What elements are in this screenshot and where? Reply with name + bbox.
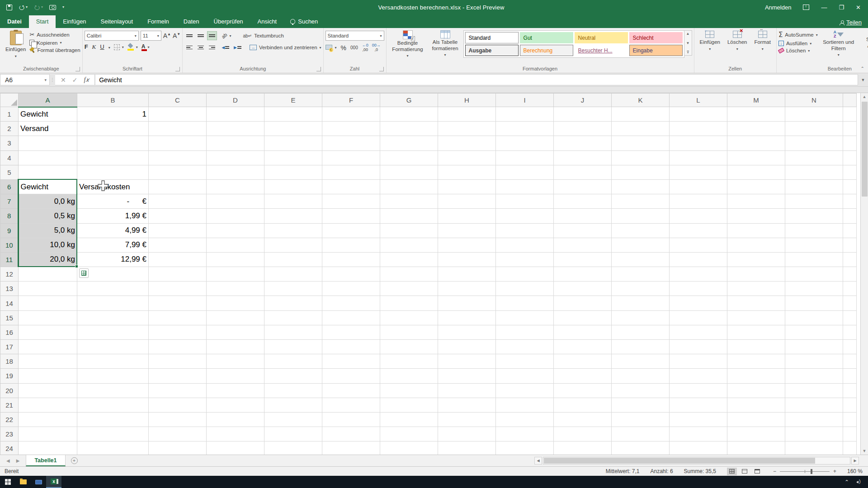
column-header-E[interactable]: E xyxy=(264,94,322,107)
page-break-view-button[interactable] xyxy=(752,468,762,475)
cell-F11[interactable] xyxy=(322,252,380,267)
cell-E2[interactable] xyxy=(264,122,322,136)
cell-G1[interactable] xyxy=(380,107,438,122)
cell-L21[interactable] xyxy=(670,398,727,412)
file-explorer-button[interactable] xyxy=(15,476,31,488)
collapse-ribbon-button[interactable]: ⌃ xyxy=(861,66,864,71)
cell-L4[interactable] xyxy=(670,150,727,165)
cell-N19[interactable] xyxy=(785,369,843,383)
cell-I14[interactable] xyxy=(496,296,554,310)
italic-button[interactable]: K xyxy=(92,43,96,51)
cell-N20[interactable] xyxy=(785,383,843,398)
align-center-button[interactable] xyxy=(196,43,206,52)
style-neutral[interactable]: Neutral xyxy=(575,32,628,43)
cell-L2[interactable] xyxy=(670,122,727,136)
cell-H5[interactable] xyxy=(438,165,496,179)
cell-J6[interactable] xyxy=(554,179,612,194)
cell-I23[interactable] xyxy=(496,427,554,441)
cell-L5[interactable] xyxy=(670,165,727,179)
delete-cells-button[interactable]: Löschen▾ xyxy=(724,29,750,53)
cell-D18[interactable] xyxy=(207,354,264,369)
cell-I5[interactable] xyxy=(496,165,554,179)
cell-C6[interactable] xyxy=(149,179,207,194)
zoom-level[interactable]: 160 % xyxy=(847,468,863,474)
find-select-button[interactable]: Suchen und Auswählen▾ xyxy=(859,29,868,56)
percent-format-button[interactable]: % xyxy=(341,44,346,52)
cell-H17[interactable] xyxy=(438,340,496,354)
fill-button[interactable]: ↓Ausfüllen ▾ xyxy=(778,41,818,46)
cell-D12[interactable] xyxy=(207,267,264,282)
cell-D4[interactable] xyxy=(207,150,264,165)
cell-H21[interactable] xyxy=(438,398,496,412)
cell-E24[interactable] xyxy=(264,441,322,455)
row-header-4[interactable]: 4 xyxy=(0,150,19,165)
cell-K15[interactable] xyxy=(612,310,670,325)
scroll-right-arrow[interactable]: ▶ xyxy=(851,457,859,465)
cell-D22[interactable] xyxy=(207,412,264,427)
cell-A2[interactable]: Versand xyxy=(19,122,77,136)
add-sheet-button[interactable]: + xyxy=(66,455,83,466)
row-header-14[interactable]: 14 xyxy=(0,296,19,310)
cell-E23[interactable] xyxy=(264,427,322,441)
cell-N18[interactable] xyxy=(785,354,843,369)
cell-L7[interactable] xyxy=(670,194,727,209)
share-button[interactable]: Teilen xyxy=(840,19,862,26)
cell-M6[interactable] xyxy=(727,179,785,194)
decrease-decimal-button[interactable]: 00→,0 xyxy=(372,43,381,52)
cell-E1[interactable] xyxy=(264,107,322,122)
cell-E13[interactable] xyxy=(264,282,322,296)
cell-I9[interactable] xyxy=(496,223,554,238)
clear-button[interactable]: Löschen ▾ xyxy=(778,48,818,53)
cell-A3[interactable] xyxy=(19,136,77,150)
cell-I4[interactable] xyxy=(496,150,554,165)
styles-scroll-up[interactable]: ▲ xyxy=(686,32,690,36)
cell-I6[interactable] xyxy=(496,179,554,194)
row-header-17[interactable]: 17 xyxy=(0,340,19,354)
insert-function-button[interactable]: f𝑥 xyxy=(84,76,89,84)
cell-H2[interactable] xyxy=(438,122,496,136)
cell-J19[interactable] xyxy=(554,369,612,383)
cell-K12[interactable] xyxy=(612,267,670,282)
ribbon-display-options-icon[interactable] xyxy=(803,5,809,10)
increase-decimal-button[interactable]: ←0,00 xyxy=(362,43,368,52)
cell-H1[interactable] xyxy=(438,107,496,122)
cell-J18[interactable] xyxy=(554,354,612,369)
cell-B17[interactable] xyxy=(77,340,149,354)
cell-A12[interactable] xyxy=(19,267,77,282)
cell-K1[interactable] xyxy=(612,107,670,122)
cell-E19[interactable] xyxy=(264,369,322,383)
cell-A1[interactable]: Gewicht xyxy=(19,107,77,122)
cell-K20[interactable] xyxy=(612,383,670,398)
cell-C14[interactable] xyxy=(149,296,207,310)
cell-N11[interactable] xyxy=(785,252,843,267)
cell-A5[interactable] xyxy=(19,165,77,179)
row-header-19[interactable]: 19 xyxy=(0,369,19,383)
styles-open-gallery[interactable]: ⊽ xyxy=(687,50,689,54)
style-schlecht[interactable]: Schlecht xyxy=(629,32,683,43)
cell-M13[interactable] xyxy=(727,282,785,296)
cell-F15[interactable] xyxy=(322,310,380,325)
cell-G11[interactable] xyxy=(380,252,438,267)
cell-I21[interactable] xyxy=(496,398,554,412)
cell-F18[interactable] xyxy=(322,354,380,369)
cell-J22[interactable] xyxy=(554,412,612,427)
cell-M11[interactable] xyxy=(727,252,785,267)
close-button[interactable]: ✕ xyxy=(856,4,861,11)
cell-B7[interactable]: - € xyxy=(77,194,149,209)
column-header-F[interactable]: F xyxy=(322,94,380,107)
cell-M18[interactable] xyxy=(727,354,785,369)
cell-E8[interactable] xyxy=(264,209,322,223)
cell-K7[interactable] xyxy=(612,194,670,209)
cell-K22[interactable] xyxy=(612,412,670,427)
cell-I3[interactable] xyxy=(496,136,554,150)
cell-M1[interactable] xyxy=(727,107,785,122)
cell-B14[interactable] xyxy=(77,296,149,310)
cell-D24[interactable] xyxy=(207,441,264,455)
cell-D10[interactable] xyxy=(207,238,264,252)
decrease-indent-button[interactable]: ◀ xyxy=(222,45,229,50)
clipboard-dialog-launcher[interactable] xyxy=(75,67,80,71)
cell-B2[interactable] xyxy=(77,122,149,136)
cell-F13[interactable] xyxy=(322,282,380,296)
cell-G17[interactable] xyxy=(380,340,438,354)
cell-M15[interactable] xyxy=(727,310,785,325)
